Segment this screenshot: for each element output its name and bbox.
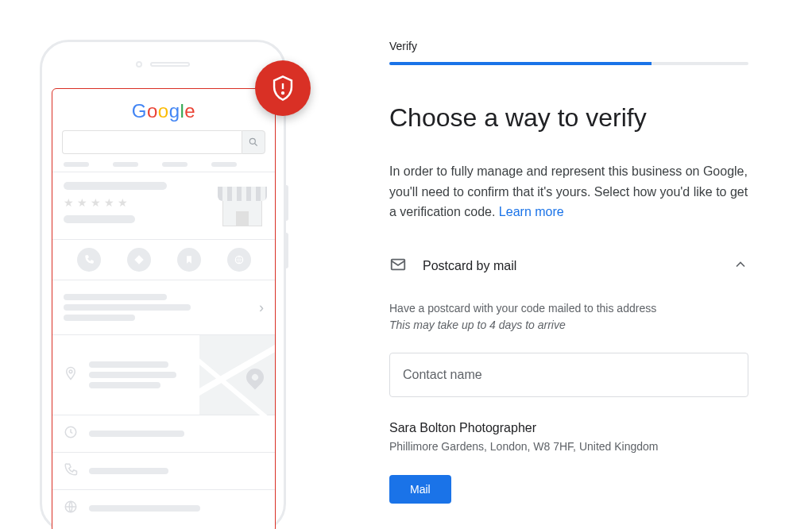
svg-rect-4 [134,255,144,264]
mail-button[interactable]: Mail [389,475,451,504]
map-thumbnail [199,335,275,415]
svg-point-1 [282,92,284,94]
helper-text-1: Have a postcard with your code mailed to… [389,300,748,317]
google-logo: Google [52,100,275,122]
page-description: In order to fully manage and represent t… [389,161,748,222]
globe-icon [227,248,251,272]
business-address: Phillimore Gardens, London, W8 7HF, Unit… [389,440,748,453]
progress-bar [389,62,748,65]
alert-shield-icon [255,60,311,116]
storefront-icon [221,187,264,226]
pin-icon [64,366,78,384]
form-panel: Verify Choose a way to verify In order t… [334,0,812,529]
mail-icon [389,256,407,276]
chevron-right-icon: › [259,299,264,316]
phone-outline-icon [64,462,78,480]
search-bar [62,130,265,154]
svg-point-2 [249,138,255,144]
phone-content: Google ★★★★★ [52,88,276,529]
illustration-panel: Google ★★★★★ [0,0,334,529]
phone-icon [77,248,101,272]
step-label: Verify [389,40,748,52]
svg-line-3 [255,144,257,146]
option-body: Have a postcard with your code mailed to… [389,300,748,504]
clock-icon [64,425,78,442]
option-title: Postcard by mail [423,259,516,273]
business-name: Sara Bolton Photographer [389,421,748,435]
chevron-up-icon [733,257,748,276]
search-icon [242,130,265,154]
svg-point-6 [69,370,72,373]
postcard-option-toggle[interactable]: Postcard by mail [389,251,748,281]
learn-more-link[interactable]: Learn more [499,205,564,218]
contact-name-input[interactable] [389,353,748,397]
phone-frame: Google ★★★★★ [40,40,286,529]
bookmark-icon [177,248,201,272]
page-title: Choose a way to verify [389,103,748,133]
globe-outline-icon [64,500,78,517]
directions-icon [127,248,151,272]
helper-text-2: This may take up to 4 days to arrive [389,317,748,334]
